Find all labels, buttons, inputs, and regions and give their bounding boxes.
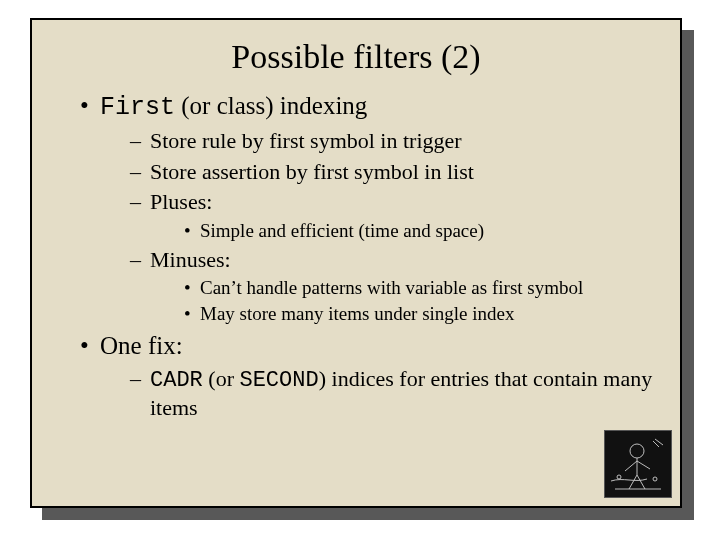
bullet-list-level1: First (or class) indexing Store rule by … [50, 90, 680, 422]
minus-variable-first: Can’t handle patterns with variable as f… [184, 276, 660, 300]
sub-minuses: Minuses: Can’t handle patterns with vari… [130, 246, 660, 326]
text-pluses: Pluses: [150, 189, 212, 214]
sub-cadr-second: CADR (or SECOND) indices for entries tha… [130, 365, 660, 422]
sub-store-rule: Store rule by first symbol in trigger [130, 127, 660, 155]
text-one-fix: One fix: [100, 332, 183, 359]
bullet-first-indexing: First (or class) indexing Store rule by … [80, 90, 660, 326]
svg-rect-0 [605, 431, 671, 497]
text-first-rest: (or class) indexing [175, 92, 367, 119]
bullet-list-level3-minuses: Can’t handle patterns with variable as f… [164, 276, 660, 326]
slide-card: Possible filters (2) First (or class) in… [30, 18, 682, 508]
bullet-list-level2-a: Store rule by first symbol in trigger St… [110, 127, 660, 325]
code-cadr: CADR [150, 368, 203, 393]
bullet-one-fix: One fix: CADR (or SECOND) indices for en… [80, 330, 660, 422]
plus-simple-efficient: Simple and efficient (time and space) [184, 219, 660, 243]
minus-many-items: May store many items under single index [184, 302, 660, 326]
code-first: First [100, 93, 175, 122]
bullet-list-level3-pluses: Simple and efficient (time and space) [164, 219, 660, 243]
sub-store-assertion: Store assertion by first symbol in list [130, 158, 660, 186]
text-minuses: Minuses: [150, 247, 231, 272]
code-second: SECOND [239, 368, 318, 393]
corner-illustration-icon [604, 430, 672, 498]
slide-title: Possible filters (2) [32, 38, 680, 76]
bullet-list-level2-b: CADR (or SECOND) indices for entries tha… [110, 365, 660, 422]
slide-stage: Possible filters (2) First (or class) in… [0, 0, 720, 540]
sub-pluses: Pluses: Simple and efficient (time and s… [130, 188, 660, 242]
text-or: (or [203, 366, 240, 391]
